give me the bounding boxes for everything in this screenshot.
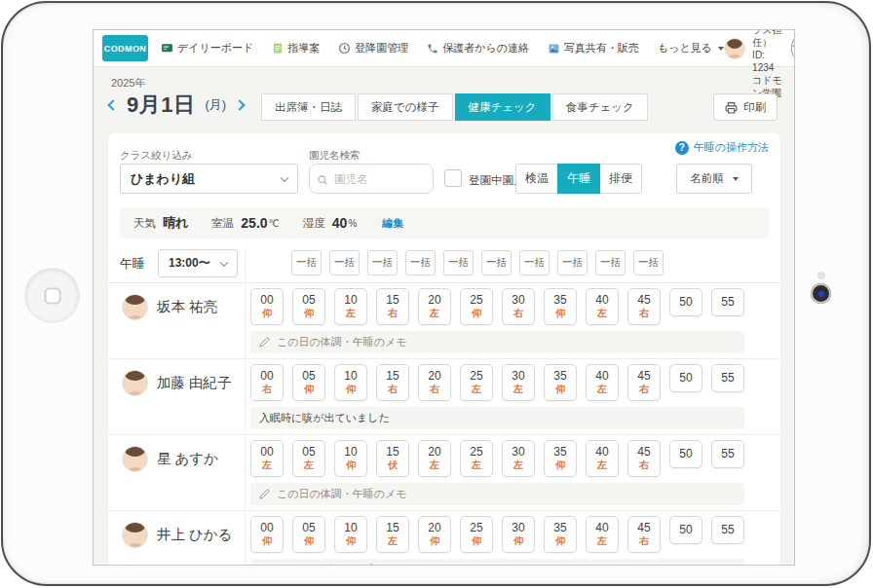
print-button[interactable]: 印刷 — [713, 93, 778, 121]
nap-cell-35[interactable]: 35仰 — [544, 516, 577, 553]
nap-memo-input[interactable]: この日の体調・午睡のメモ — [250, 331, 744, 353]
nap-cell-20[interactable]: 20右 — [418, 364, 451, 401]
tab-home-notes[interactable]: 家庭での様子 — [358, 93, 453, 121]
check-type-segments: 検温午睡排便 — [515, 164, 642, 194]
print-label: 印刷 — [743, 100, 766, 115]
nap-cell-40[interactable]: 40左 — [586, 364, 619, 401]
nap-cell-10[interactable]: 10左 — [334, 288, 367, 325]
nap-cell-55[interactable]: 55 — [711, 440, 744, 468]
nap-cell-30[interactable]: 30右 — [502, 288, 535, 325]
help-icon[interactable]: ? — [791, 39, 795, 57]
nap-section-label: 午睡 — [120, 256, 144, 273]
nap-cell-30[interactable]: 30左 — [502, 440, 535, 477]
sort-select[interactable]: 名前順 — [676, 164, 752, 194]
batch-button[interactable]: 一括 — [595, 250, 626, 276]
nap-cell-00[interactable]: 00仰 — [250, 288, 284, 325]
nap-cell-30[interactable]: 30左 — [502, 364, 535, 401]
nap-cell-45[interactable]: 45右 — [627, 516, 661, 553]
nap-cell-55[interactable]: 55 — [711, 288, 744, 316]
batch-button[interactable]: 一括 — [481, 250, 512, 276]
tab-attendance-log[interactable]: 出席簿・日誌 — [261, 93, 356, 121]
batch-button[interactable]: 一括 — [443, 250, 474, 276]
nap-cell-55[interactable]: 55 — [711, 516, 744, 544]
batch-button[interactable]: 一括 — [405, 250, 436, 276]
nap-cell-10[interactable]: 10仰 — [334, 364, 367, 401]
nap-help-link[interactable]: ? 午睡の操作方法 — [675, 140, 769, 155]
nap-cell-15[interactable]: 15右 — [376, 364, 409, 401]
nap-cell-05[interactable]: 05仰 — [292, 364, 325, 401]
weather-edit-link[interactable]: 編集 — [382, 216, 403, 231]
nap-cell-55[interactable]: 55 — [711, 364, 744, 392]
nap-cell-00[interactable]: 00右 — [250, 364, 284, 401]
nap-cell-05[interactable]: 05仰 — [292, 288, 325, 325]
batch-button[interactable]: 一括 — [291, 250, 322, 276]
nap-cell-15[interactable]: 15左 — [376, 516, 409, 553]
next-day-button[interactable] — [234, 99, 245, 110]
nav-item-photo-sales[interactable]: 写真共有・販売 — [548, 41, 639, 55]
nav-item-attendance[interactable]: 登降園管理 — [338, 41, 408, 55]
nap-cell-15[interactable]: 15右 — [376, 288, 409, 325]
nap-cell-20[interactable]: 20左 — [418, 288, 451, 325]
nap-cell-20[interactable]: 20仰 — [418, 516, 451, 553]
nap-cell-10[interactable]: 10仰 — [334, 516, 367, 553]
nap-cell-25[interactable]: 25仰 — [460, 516, 493, 553]
cell-position: 仰 — [304, 535, 314, 548]
batch-button[interactable]: 一括 — [519, 250, 550, 276]
prev-day-button[interactable] — [107, 99, 118, 110]
nap-cell-35[interactable]: 35仰 — [544, 364, 577, 401]
nav-item-daily-board[interactable]: デイリーボード — [161, 41, 253, 55]
nap-cell-25[interactable]: 25仰 — [460, 288, 493, 325]
nap-cell-00[interactable]: 00左 — [250, 440, 284, 477]
nap-memo-input[interactable]: この日の体調・午睡のメモ — [250, 483, 744, 505]
weather-bar: 天気 晴れ 室温 25.0 ℃ 湿度 40 % 編集 — [120, 207, 769, 239]
nap-cell-40[interactable]: 40左 — [586, 440, 619, 477]
nap-cell-45[interactable]: 45右 — [627, 440, 661, 477]
class-filter-value: ひまわり組 — [131, 170, 195, 188]
batch-button[interactable]: 一括 — [557, 250, 588, 276]
nap-cell-50[interactable]: 50 — [669, 288, 702, 316]
codmon-logo[interactable]: CODMON — [102, 35, 148, 61]
nav-item-parent-contact[interactable]: 保護者からの連絡 — [427, 41, 529, 55]
nav-user-area[interactable]: 宮崎 千恵（クラス担任） ID: 1234 コドモン学園 ? — [724, 29, 795, 99]
nap-cell-10[interactable]: 10仰 — [334, 440, 367, 477]
nap-cell-25[interactable]: 25左 — [460, 440, 493, 477]
cell-position: 仰 — [304, 308, 314, 320]
nap-cell-05[interactable]: 05左 — [292, 440, 325, 477]
segment-nap[interactable]: 午睡 — [557, 164, 600, 194]
nap-memo-input[interactable]: この日の体調・午睡のメモ — [250, 559, 744, 566]
cell-position: 仰 — [555, 459, 565, 472]
nap-cell-05[interactable]: 05仰 — [292, 516, 325, 553]
nav-item-teaching-plans[interactable]: 指導案 — [272, 41, 320, 55]
cell-position: 仰 — [555, 384, 565, 396]
nap-cell-50[interactable]: 50 — [669, 440, 702, 468]
nap-cell-00[interactable]: 00仰 — [250, 516, 284, 553]
cell-position: 左 — [597, 384, 607, 396]
nap-cell-30[interactable]: 30仰 — [502, 516, 535, 553]
nap-cell-45[interactable]: 45右 — [627, 288, 661, 325]
batch-button[interactable]: 一括 — [329, 250, 360, 276]
cell-position: 仰 — [262, 535, 272, 548]
nap-cell-35[interactable]: 35仰 — [544, 440, 577, 477]
segment-bowel[interactable]: 排便 — [599, 164, 642, 194]
nap-cell-15[interactable]: 15伏 — [376, 440, 409, 477]
nap-start-time-select[interactable]: 13:00〜 — [158, 249, 238, 277]
nap-memo-input[interactable]: 入眠時に咳が出ていました — [250, 407, 744, 429]
home-button[interactable] — [25, 269, 79, 322]
segment-temperature[interactable]: 検温 — [515, 164, 558, 194]
tab-health-check[interactable]: 健康チェック — [455, 93, 550, 121]
cell-minute: 50 — [679, 448, 692, 461]
class-filter-select[interactable]: ひまわり組 — [120, 164, 298, 194]
nap-cell-20[interactable]: 20左 — [418, 440, 451, 477]
nap-cell-50[interactable]: 50 — [669, 364, 702, 392]
nap-cell-45[interactable]: 45右 — [627, 364, 661, 401]
batch-button[interactable]: 一括 — [367, 250, 398, 276]
nap-cell-25[interactable]: 25左 — [460, 364, 493, 401]
nap-cell-40[interactable]: 40左 — [586, 516, 619, 553]
nap-cell-40[interactable]: 40左 — [586, 288, 619, 325]
batch-button[interactable]: 一括 — [633, 250, 664, 276]
tab-meal-check[interactable]: 食事チェック — [552, 93, 648, 121]
nap-cell-35[interactable]: 35仰 — [544, 288, 577, 325]
nap-cell-50[interactable]: 50 — [669, 516, 702, 544]
nav-item-more[interactable]: もっと見る — [658, 41, 724, 55]
attendance-only-checkbox[interactable] — [444, 169, 462, 187]
